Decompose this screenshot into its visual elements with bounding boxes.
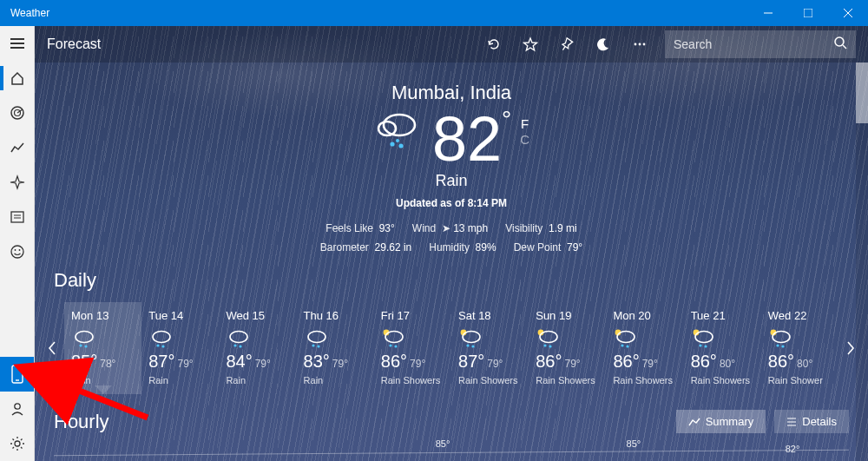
hamburger-button[interactable]	[0, 26, 34, 61]
svg-point-59	[695, 332, 713, 343]
nav-account[interactable]	[0, 392, 34, 426]
search-icon	[833, 36, 847, 53]
day-temps: 87°79°	[148, 352, 212, 372]
favorite-button[interactable]	[512, 26, 549, 63]
day-condition: Rain Showers	[536, 375, 599, 385]
summary-button[interactable]: Summary	[676, 410, 766, 433]
day-condition: Rain	[148, 375, 212, 385]
svg-point-45	[394, 346, 397, 348]
minimize-button[interactable]	[748, 0, 788, 26]
svg-point-29	[396, 139, 399, 142]
person-icon	[10, 401, 25, 417]
svg-point-65	[781, 346, 784, 348]
scroll-area[interactable]: Mumbai, India 82° F C Rain Updated as of…	[35, 63, 868, 461]
svg-point-47	[463, 332, 480, 343]
day-label: Mon 20	[613, 309, 676, 322]
more-button[interactable]	[621, 26, 658, 63]
search-input[interactable]	[674, 37, 828, 51]
day-condition-icon	[148, 327, 212, 346]
details-icon	[786, 417, 797, 427]
day-condition: Rain	[226, 375, 289, 385]
svg-point-44	[389, 345, 391, 347]
daily-card[interactable]: Sun 1986°79°Rain Showers	[529, 302, 606, 394]
day-condition-icon	[691, 327, 754, 346]
page-title: Forecast	[47, 36, 101, 52]
svg-point-23	[835, 37, 844, 46]
day-condition: Rain	[304, 375, 367, 385]
scrollbar[interactable]	[856, 63, 868, 461]
sparkle-icon	[10, 175, 25, 190]
daily-card[interactable]: Sat 1887°79°Rain Showers	[451, 302, 529, 394]
svg-point-39	[308, 332, 326, 343]
pin-button[interactable]	[549, 26, 585, 63]
svg-point-33	[153, 332, 170, 343]
phone-icon	[11, 365, 23, 384]
daily-card[interactable]: Wed 2286°80°Rain Shower	[761, 302, 838, 394]
nav-maps[interactable]	[0, 95, 34, 130]
nav-launch-tips[interactable]	[0, 357, 34, 392]
day-temps: 85°78°	[71, 352, 135, 372]
ellipsis-icon	[632, 36, 648, 52]
command-bar: Forecast	[35, 26, 868, 63]
daily-card[interactable]: Tue 1487°79°Rain	[141, 302, 219, 394]
svg-point-40	[312, 345, 314, 347]
hourly-chart[interactable]: 79° 79° 85° 85° 82°	[54, 438, 849, 461]
daily-prev-button[interactable]	[40, 300, 64, 396]
svg-point-36	[230, 332, 247, 343]
nav-favorites[interactable]	[0, 165, 34, 200]
maximize-button[interactable]	[788, 0, 828, 26]
day-condition-icon	[613, 327, 676, 346]
close-button[interactable]	[828, 0, 868, 26]
daily-card[interactable]: Mon 2086°79°Rain Showers	[606, 302, 683, 394]
home-icon	[10, 70, 25, 86]
hourly-point: 85°	[627, 438, 641, 449]
daily-card[interactable]: Fri 1786°79°Rain Showers	[374, 302, 451, 394]
svg-point-38	[240, 346, 242, 348]
details-button[interactable]: Details	[774, 410, 849, 433]
svg-point-31	[79, 345, 82, 347]
svg-point-26	[378, 122, 396, 135]
svg-point-49	[471, 346, 474, 348]
search-box[interactable]	[665, 30, 856, 58]
day-condition: Rain Showers	[691, 375, 754, 385]
nav-settings[interactable]	[0, 426, 34, 461]
day-label: Wed 22	[768, 309, 832, 322]
daily-card[interactable]: Thu 1683°79°Rain	[297, 302, 374, 394]
svg-point-34	[157, 345, 160, 347]
svg-point-43	[385, 332, 403, 343]
svg-point-41	[317, 346, 319, 348]
day-condition: Rain Showers	[458, 375, 522, 385]
day-condition-icon	[381, 327, 444, 346]
day-label: Wed 15	[226, 309, 289, 322]
svg-point-30	[76, 332, 93, 343]
svg-point-52	[544, 345, 547, 347]
refresh-icon	[486, 36, 502, 52]
svg-point-21	[639, 43, 641, 46]
day-label: Tue 14	[148, 309, 212, 322]
svg-point-48	[466, 345, 469, 347]
svg-point-22	[643, 43, 646, 46]
nav-forecast[interactable]	[0, 61, 34, 95]
unit-celsius[interactable]: C	[520, 132, 529, 147]
news-icon	[10, 209, 25, 225]
svg-point-19	[15, 441, 20, 446]
svg-point-32	[84, 346, 87, 348]
smiley-icon	[10, 244, 25, 260]
day-temps: 84°79°	[226, 352, 289, 372]
unit-fahrenheit[interactable]: F	[520, 116, 529, 131]
nav-feedback[interactable]	[0, 234, 34, 269]
svg-point-20	[635, 43, 637, 46]
daily-card[interactable]: Wed 1584°79°Rain	[219, 302, 296, 394]
day-temps: 86°79°	[536, 352, 599, 372]
day-label: Sat 18	[458, 309, 522, 322]
daily-list: Mon 1385°78°RainTue 1487°79°RainWed 1584…	[64, 302, 838, 394]
main-content: Forecast Mumbai, India 82°	[35, 26, 868, 461]
night-mode-button[interactable]	[585, 26, 621, 63]
pin-icon	[559, 36, 575, 52]
nav-news[interactable]	[0, 200, 34, 234]
daily-card[interactable]: Mon 1385°78°Rain	[64, 302, 141, 394]
day-temps: 86°80°	[691, 352, 754, 372]
daily-card[interactable]: Tue 2186°80°Rain Showers	[684, 302, 761, 394]
nav-historical[interactable]	[0, 130, 34, 165]
refresh-button[interactable]	[476, 26, 512, 63]
